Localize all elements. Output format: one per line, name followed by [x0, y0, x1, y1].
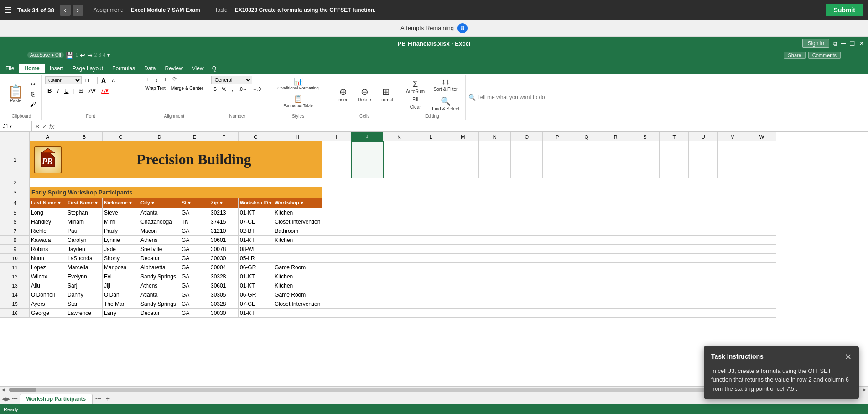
increase-font-size[interactable]: A	[99, 76, 108, 85]
cell-F16[interactable]: 30030	[209, 309, 239, 318]
conditional-formatting-button[interactable]: 📊 Conditional Formatting	[269, 76, 327, 92]
tab-data[interactable]: Data	[140, 64, 160, 73]
add-sheet-button[interactable]: +	[103, 395, 113, 403]
cell-H12[interactable]: Kitchen	[273, 272, 322, 281]
cell-E13[interactable]: GA	[180, 281, 209, 290]
cell-V1[interactable]	[718, 141, 747, 178]
align-bottom-button[interactable]: ⊥	[161, 76, 170, 84]
clear-button[interactable]: Clear	[408, 103, 423, 111]
restore-icon[interactable]: ☐	[849, 40, 855, 47]
cell-F14[interactable]: 30305	[209, 290, 239, 299]
tab-q[interactable]: Q	[208, 64, 220, 73]
quick-access-dropdown[interactable]: ▾	[107, 52, 110, 58]
cell-J1[interactable]	[351, 141, 383, 178]
cell-D9[interactable]: Snellville	[139, 245, 180, 254]
cell-A13[interactable]: Allu	[30, 281, 66, 290]
cell-D15[interactable]: Sandy Springs	[139, 299, 180, 309]
decimal-increase[interactable]: .0→	[236, 85, 249, 93]
tab-home[interactable]: Home	[19, 64, 45, 73]
cell-I12[interactable]	[322, 272, 351, 281]
cell-L1[interactable]	[415, 141, 447, 178]
cell-C6[interactable]: Mimi	[103, 217, 139, 226]
cell-H16[interactable]	[273, 309, 322, 318]
format-painter-button[interactable]: 🖌	[28, 100, 38, 109]
cell-D16[interactable]: Decatur	[139, 309, 180, 318]
cell-I3[interactable]	[322, 187, 351, 198]
cell-B4[interactable]: First Name ▾	[66, 198, 103, 208]
cell-K16-W16[interactable]	[383, 309, 776, 318]
cell-A9[interactable]: Robins	[30, 245, 66, 254]
format-cells-button[interactable]: ⊞ Format	[376, 85, 396, 104]
cell-H9[interactable]	[273, 245, 322, 254]
submit-button[interactable]: Submit	[826, 4, 863, 16]
cell-C14[interactable]: O'Dan	[103, 290, 139, 299]
cell-reference-box[interactable]: J1 ▾	[0, 121, 32, 131]
decimal-decrease[interactable]: ←.0	[250, 85, 263, 93]
copy-button[interactable]: ⎘	[28, 90, 38, 99]
cell-F7[interactable]: 31210	[209, 226, 239, 236]
col-header-M[interactable]: M	[447, 132, 479, 141]
cell-E9[interactable]: GA	[180, 245, 209, 254]
cell-E6[interactable]: TN	[180, 217, 209, 226]
cell-I11[interactable]	[322, 263, 351, 272]
col-header-O[interactable]: O	[511, 132, 543, 141]
cell-E7[interactable]: GA	[180, 226, 209, 236]
cell-E14[interactable]: GA	[180, 290, 209, 299]
cell-I4[interactable]	[322, 198, 351, 208]
cell-K5-W5[interactable]	[383, 208, 776, 217]
cell-D13[interactable]: Athens	[139, 281, 180, 290]
cell-I13[interactable]	[322, 281, 351, 290]
cell-Q1[interactable]	[572, 141, 601, 178]
cell-B7[interactable]: Paul	[66, 226, 103, 236]
currency-button[interactable]: $	[211, 85, 218, 93]
formula-input[interactable]	[57, 121, 868, 131]
undo-icon[interactable]: ↩	[80, 52, 85, 59]
cell-J13[interactable]	[351, 281, 383, 290]
instructions-close-button[interactable]: ✕	[845, 352, 852, 362]
cell-H5[interactable]: Kitchen	[273, 208, 322, 217]
cell-D11[interactable]: Alpharetta	[139, 263, 180, 272]
tab-view[interactable]: View	[187, 64, 208, 73]
cell-I6[interactable]	[322, 217, 351, 226]
cell-B15[interactable]: Stan	[66, 299, 103, 309]
cell-A16[interactable]: George	[30, 309, 66, 318]
bold-button[interactable]: B	[45, 86, 54, 95]
cell-G11[interactable]: 06-GR	[239, 263, 273, 272]
cell-F9[interactable]: 30078	[209, 245, 239, 254]
nav-next-button[interactable]: ›	[73, 5, 83, 16]
share-button[interactable]: Share	[784, 52, 805, 59]
merge-center-button[interactable]: Merge & Center	[169, 85, 206, 92]
sign-in-button[interactable]: Sign in	[802, 39, 829, 48]
autosave-toggle[interactable]: AutoSave ● Off	[27, 52, 64, 58]
cell-A3[interactable]: Early Spring Workshop Participants	[30, 187, 322, 198]
cell-G13[interactable]: 01-KT	[239, 281, 273, 290]
cell-H4[interactable]: Workshop ▾	[273, 198, 322, 208]
cell-I14[interactable]	[322, 290, 351, 299]
cell-K4-W4[interactable]	[383, 198, 776, 208]
scroll-left-icon[interactable]: ◀	[0, 387, 7, 392]
font-color-button[interactable]: A▾	[99, 86, 111, 95]
cell-U1[interactable]	[689, 141, 718, 178]
find-select-button[interactable]: 🔍 Find & Select	[430, 95, 461, 113]
number-format-select[interactable]: General	[211, 76, 252, 84]
cell-A6[interactable]: Handley	[30, 217, 66, 226]
cell-I5[interactable]	[322, 208, 351, 217]
cell-C15[interactable]: The Man	[103, 299, 139, 309]
align-text-right[interactable]: ≡	[129, 87, 136, 94]
cell-G8[interactable]: 01-KT	[239, 236, 273, 245]
cell-J8[interactable]	[351, 236, 383, 245]
col-header-T[interactable]: T	[660, 132, 689, 141]
col-header-E[interactable]: E	[180, 132, 209, 141]
save-icon[interactable]: 💾	[66, 52, 73, 59]
cell-K9-W9[interactable]	[383, 245, 776, 254]
col-header-P[interactable]: P	[543, 132, 572, 141]
fill-color-button[interactable]: A▾	[87, 86, 99, 95]
decrease-font-size[interactable]: A	[109, 77, 117, 84]
cell-K7-W7[interactable]	[383, 226, 776, 236]
col-header-S[interactable]: S	[630, 132, 660, 141]
cell-G4[interactable]: Workshop ID ▾	[239, 198, 273, 208]
cell-G6[interactable]: 07-CL	[239, 217, 273, 226]
cell-C7[interactable]: Pauly	[103, 226, 139, 236]
tab-pagelayout[interactable]: Page Layout	[68, 64, 108, 73]
cell-K11-W11[interactable]	[383, 263, 776, 272]
